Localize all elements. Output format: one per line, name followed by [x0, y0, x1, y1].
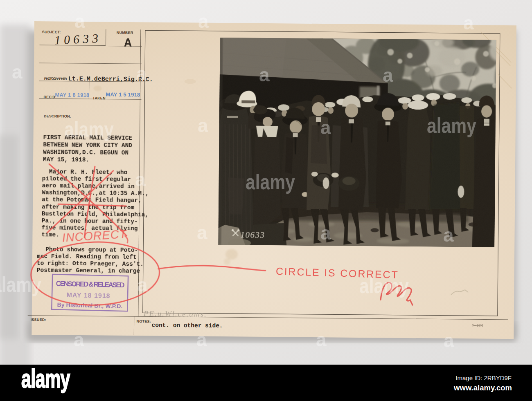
svg-text:a: a — [136, 63, 147, 84]
svg-text:piloted the first regular: piloted the first regular — [42, 175, 131, 183]
svg-text:alamy: alamy — [21, 364, 70, 393]
svg-text:a: a — [463, 12, 474, 34]
svg-text:a: a — [74, 11, 85, 32]
svg-text:CENSORED & RELEASED: CENSORED & RELEASED — [56, 280, 125, 289]
svg-text:MAY 18 1918: MAY 18 1918 — [66, 291, 110, 299]
svg-text:3—2605: 3—2605 — [472, 324, 484, 327]
svg-text:Postmaster General, in charge: Postmaster General, in charge — [37, 267, 140, 274]
svg-text:TAKEN: TAKEN — [92, 96, 105, 100]
svg-text:a: a — [135, 169, 146, 190]
svg-text:Bustleton Field, Philadelphia,: Bustleton Field, Philadelphia, — [42, 211, 149, 218]
svg-text:a: a — [196, 329, 207, 350]
svg-text:ISSUED:: ISSUED: — [31, 318, 46, 322]
svg-text:WASHINGTON,D.C. BEGUN ON: WASHINGTON,D.C. BEGUN ON — [43, 149, 128, 156]
svg-text:a: a — [137, 274, 148, 296]
svg-text:a: a — [259, 64, 270, 85]
svg-text:10633: 10633 — [54, 31, 101, 47]
svg-text:a: a — [320, 222, 331, 244]
svg-text:PE.u.Wl.ce.ams.: PE.u.Wl.ce.ams. — [143, 309, 207, 318]
svg-text:www.alamy.com: www.alamy.com — [453, 383, 512, 392]
svg-text:a: a — [198, 11, 209, 32]
svg-text:mac Field. Reading from left: mac Field. Reading from left — [37, 253, 137, 260]
svg-text:alamy: alamy — [359, 274, 409, 298]
svg-text:BETWEEN NEW YORK CITY AND: BETWEEN NEW YORK CITY AND — [43, 141, 132, 149]
svg-text:a: a — [12, 61, 23, 83]
svg-text:alamy: alamy — [0, 273, 41, 296]
svg-text:a: a — [444, 330, 454, 351]
svg-text:MAY 1 8 1918: MAY 1 8 1918 — [55, 92, 89, 98]
svg-text:alamy: alamy — [427, 114, 476, 137]
svg-text:time.: time. — [41, 231, 59, 238]
svg-text:cont. on other side.: cont. on other side. — [151, 322, 223, 329]
svg-text:a: a — [443, 224, 454, 246]
svg-text:a: a — [74, 329, 84, 350]
svg-text:MAY 15, 1918.: MAY 15, 1918. — [43, 156, 89, 163]
svg-text:a: a — [320, 117, 331, 138]
svg-text:a: a — [316, 329, 327, 350]
svg-text:Image ID: 2RBYD9F: Image ID: 2RBYD9F — [455, 374, 512, 381]
svg-text:REC'D: REC'D — [43, 95, 55, 99]
svg-text:alamy: alamy — [246, 170, 295, 194]
svg-text:NUMBER: NUMBER — [117, 31, 133, 35]
svg-text:NOTES:: NOTES: — [137, 319, 151, 323]
svg-text:A: A — [124, 36, 131, 50]
svg-text:alamy: alamy — [64, 117, 114, 141]
svg-text:Photo shows group at Poto-: Photo shows group at Poto- — [45, 246, 138, 253]
svg-text:MAY 1 5 1918: MAY 1 5 1918 — [106, 91, 140, 98]
svg-text:Washington,D.C.,at 10:35 A.M.,: Washington,D.C.,at 10:35 A.M., — [42, 189, 149, 197]
svg-text:a: a — [198, 115, 208, 136]
svg-text:to right: Otto Praeger, Ass't.: to right: Otto Praeger, Ass't. — [37, 260, 144, 267]
svg-text:aero mail plane,arrived in: aero mail plane,arrived in — [42, 182, 134, 190]
svg-text:a: a — [197, 222, 207, 243]
svg-text:a: a — [383, 65, 393, 86]
svg-text:PHOTOGRAPHER: PHOTOGRAPHER — [44, 76, 67, 81]
